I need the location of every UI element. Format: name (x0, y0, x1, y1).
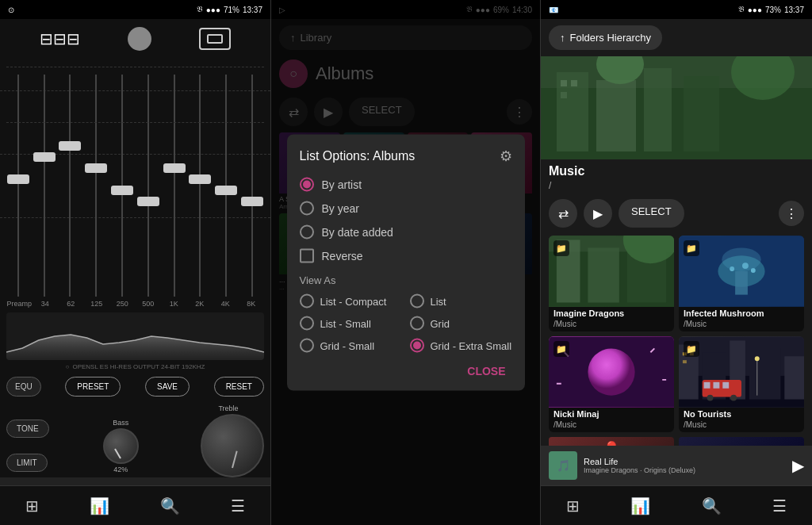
radio-by-date[interactable] (300, 225, 314, 240)
svg-rect-8 (561, 92, 567, 98)
freq-4k: 4K (213, 300, 239, 308)
view-grid[interactable]: Grid (410, 316, 512, 331)
radio-list[interactable] (410, 294, 424, 308)
nav-stats-1[interactable]: 📊 (90, 496, 109, 515)
eq-slider-500hz[interactable] (136, 75, 160, 297)
eq-slider-62hz[interactable] (59, 75, 82, 297)
freq-125: 125 (84, 300, 110, 308)
eq-dot[interactable] (128, 27, 151, 51)
radio-grid-xsmall[interactable] (410, 339, 424, 353)
preamp-freq-label: Preamp (6, 300, 33, 308)
radio-list-small[interactable] (300, 316, 314, 331)
bottom-nav-3: ⊞ 📊 🔍 ☰ (541, 485, 812, 525)
radio-by-year[interactable] (300, 201, 314, 216)
more-button-3[interactable]: ⋮ (779, 201, 804, 226)
sort-by-artist[interactable]: By artist (300, 178, 512, 192)
folder-bg-image (541, 56, 812, 159)
folders-panel: 📧 𝔅 ●●● 73% 13:37 ↑ Folders Hierarchy (541, 0, 812, 525)
mixer-icon[interactable]: ⊟⊟⊟ (40, 29, 80, 48)
eq-controls: EQU PRESET SAVE RESET (0, 372, 270, 401)
status-right-1: 𝔅 ●●● 71% 13:37 (197, 5, 262, 14)
eq-slider-8khz[interactable] (240, 75, 264, 297)
select-button-3[interactable]: SELECT (619, 199, 684, 228)
reset-button[interactable]: RESET (214, 377, 264, 397)
svg-point-48 (755, 356, 760, 361)
sort-radio-group: By artist By year By date added Reverse (300, 178, 512, 263)
bass-knob[interactable] (103, 428, 139, 464)
freq-34: 34 (33, 300, 59, 308)
save-button[interactable]: SAVE (145, 377, 190, 397)
grid-small-label: Grid - Small (320, 339, 375, 351)
svg-rect-5 (684, 76, 719, 151)
play-button-np-3[interactable]: ▶ (792, 456, 804, 475)
radio-by-artist[interactable] (300, 178, 314, 192)
nav-grid-1[interactable]: ⊞ (25, 496, 39, 515)
list-label: List (431, 295, 446, 307)
nav-grid-3[interactable]: ⊞ (566, 496, 580, 515)
eq-slider-1khz[interactable] (163, 75, 186, 297)
shuffle-button-3[interactable]: ⇄ (549, 199, 577, 228)
bass-value: 42% (113, 466, 128, 473)
now-playing-thumb-3: 🎵 (549, 451, 577, 480)
play-button-3[interactable]: ▶ (584, 199, 612, 228)
eq-info-bar: ○ OPENSL ES HI-RES OUTPUT 24-BIT 192KHZ (0, 362, 270, 372)
tone-button[interactable]: TONE (6, 420, 49, 438)
eq-slider-125hz[interactable] (84, 75, 108, 297)
status-icon-1: ⊙ (8, 6, 14, 14)
nav-menu-1[interactable]: ☰ (231, 496, 245, 515)
status-left-3: 📧 (549, 6, 558, 14)
folder-imagine-dragons[interactable]: 📁 Imagine Dragons /Music (549, 236, 674, 331)
reverse-checkbox[interactable] (300, 249, 314, 263)
close-button[interactable]: CLOSE (461, 362, 511, 381)
nav-menu-3[interactable]: ☰ (772, 496, 787, 515)
equ-button[interactable]: EQU (6, 377, 41, 397)
nav-search-3[interactable]: 🔍 (702, 496, 722, 515)
view-options-grid: List - Compact List List - Small Grid Gr… (300, 294, 512, 353)
view-list[interactable]: List (410, 294, 512, 308)
eq-slider-4khz[interactable] (214, 75, 238, 297)
now-playing-title-3: Real Life (584, 457, 786, 466)
albums-panel: ▷ 𝔅 ●●● 69% 14:30 ↑ Library ○ Albums ⇄ ▶… (270, 0, 541, 525)
nav-stats-3[interactable]: 📊 (630, 496, 650, 515)
radio-grid[interactable] (410, 316, 424, 331)
music-label-section: Music / (541, 159, 812, 196)
eq-slider-250hz[interactable] (110, 75, 134, 297)
battery-1: 71% (224, 6, 239, 14)
settings-icon[interactable]: ⚙ (500, 148, 512, 165)
view-list-compact[interactable]: List - Compact (300, 294, 402, 308)
eq-slider-2khz[interactable] (189, 75, 213, 297)
status-bar-1: ⊙ 𝔅 ●●● 71% 13:37 (0, 0, 270, 19)
svg-point-45 (707, 395, 714, 401)
eq-header: ⊟⊟⊟ (0, 19, 270, 59)
bass-label: Bass (113, 419, 128, 427)
treble-knob[interactable] (201, 414, 264, 477)
view-grid-small[interactable]: Grid - Small (300, 339, 402, 353)
preamp-slider[interactable] (6, 75, 30, 297)
nav-search-1[interactable]: 🔍 (160, 496, 180, 515)
folders-control-left: ⇄ ▶ SELECT (549, 199, 684, 228)
surround-icon[interactable] (199, 28, 231, 50)
eq-slider-34hz[interactable] (33, 75, 56, 297)
folder-infected-mushroom[interactable]: 📁 Infected Mushroom /Music (679, 236, 804, 331)
freq-500: 500 (136, 300, 162, 308)
limit-button[interactable]: LIMIT (6, 454, 48, 472)
preset-button[interactable]: PRESET (65, 377, 121, 397)
now-playing-bar-3: 🎵 Real Life Imagine Dragons · Origins (D… (541, 446, 812, 485)
status-icon-3: 📧 (549, 6, 558, 14)
folder-name-3: No Tourists (679, 408, 804, 420)
folders-hierarchy-button[interactable]: ↑ Folders Hierarchy (549, 25, 662, 50)
reverse-option[interactable]: Reverse (300, 249, 512, 263)
view-list-small[interactable]: List - Small (300, 316, 402, 331)
folder-nicki-minaj[interactable]: 📁 Nicki Minaj /Music (549, 336, 674, 432)
radio-list-compact[interactable] (300, 294, 314, 308)
view-grid-xsmall[interactable]: Grid - Extra Small (410, 339, 512, 353)
sort-by-date[interactable]: By date added (300, 225, 512, 240)
svg-rect-3 (596, 80, 636, 151)
by-year-label: By year (322, 202, 359, 215)
sort-by-year[interactable]: By year (300, 201, 512, 216)
folder-no-tourists[interactable]: 📁 No Tourists /Music (679, 336, 804, 432)
modal-header: List Options: Albums ⚙ (300, 148, 512, 165)
folder-path-1: /Music (679, 320, 804, 331)
folder-icon-3: 📁 (684, 341, 699, 357)
radio-grid-small[interactable] (300, 339, 314, 353)
